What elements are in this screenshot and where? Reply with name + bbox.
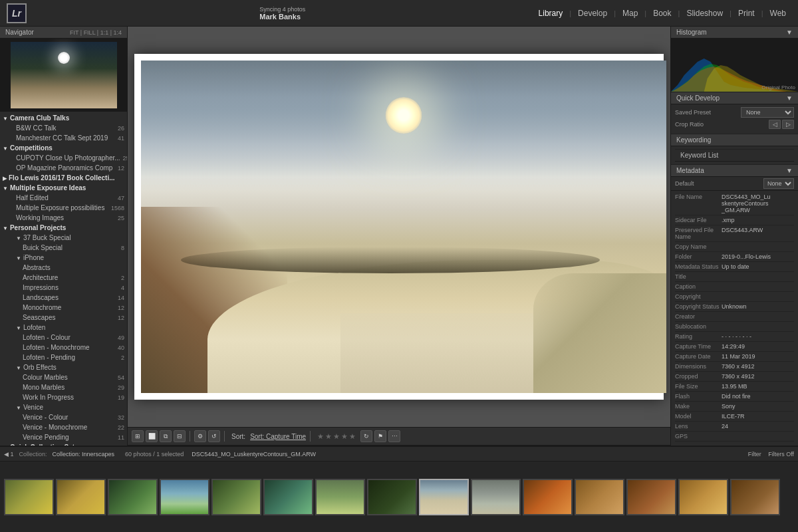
meta-flash: Flash Did not fire <box>675 393 794 402</box>
survey-view-button[interactable]: ⊟ <box>174 430 186 442</box>
tree-item-venice-colour[interactable]: Venice - Colour32 <box>0 412 127 422</box>
nav-book[interactable]: Book <box>648 6 676 21</box>
tree-item-lofoten-pending[interactable]: Lofoten - Pending2 <box>0 352 127 362</box>
tree-item-work-in-progress[interactable]: Work In Progress19 <box>0 392 127 402</box>
tree-item-venice-pending[interactable]: Venice Pending11 <box>0 432 127 442</box>
star-1[interactable]: ★ <box>317 432 324 441</box>
tree-item-abstracts-iphone[interactable]: Abstracts <box>0 263 127 273</box>
filmstrip-thumb-9-selected[interactable] <box>419 479 469 515</box>
tree-group-flo-lewis[interactable]: ▶Flo Lewis 2016/17 Book Collecti... <box>0 173 127 183</box>
filmstrip-collection-name[interactable]: Collection: Innerscapes <box>53 451 115 458</box>
filmstrip-thumb-7[interactable] <box>315 479 365 515</box>
thumb-image-8 <box>368 480 416 514</box>
metadata-panel: File Name DSC5443_MO_LuskentyreContours_… <box>671 191 798 446</box>
tree-item-mono-iphone[interactable]: Monochrome12 <box>0 303 127 313</box>
filmstrip-thumb-2[interactable] <box>56 479 106 515</box>
tree-group-personal[interactable]: ▼Personal Projects <box>0 223 127 233</box>
qd-crop-up[interactable]: ▷ <box>782 120 794 129</box>
toolbar-settings-button[interactable]: ⚙ <box>194 430 206 442</box>
tree-item-buick[interactable]: Buick Special8 <box>0 243 127 253</box>
tree-item-lofoten-mono[interactable]: Lofoten - Monochrome40 <box>0 342 127 352</box>
tree-item-op-magazine[interactable]: OP Magazine Panoramics Comp12 <box>0 163 127 173</box>
tree-item-mono-marbles[interactable]: Mono Marbles29 <box>0 382 127 392</box>
toolbar-extra-button[interactable]: ⋯ <box>388 430 400 442</box>
tree-group-competitions[interactable]: ▼Competitions <box>0 143 127 153</box>
star-4[interactable]: ★ <box>341 432 348 441</box>
compare-view-button[interactable]: ⧉ <box>160 430 172 442</box>
star-3[interactable]: ★ <box>333 432 340 441</box>
tree-item-cupoty[interactable]: CUPOTY Close Up Photographer...25 <box>0 153 127 163</box>
filmstrip-thumb-6[interactable] <box>263 479 313 515</box>
meta-status-key: Metadata Status <box>675 263 722 270</box>
meta-make: Make Sony <box>675 403 794 412</box>
meta-capture-date-val: 11 Mar 2019 <box>722 353 794 360</box>
tree-group-iphone[interactable]: ▼iPhone <box>0 253 127 263</box>
histogram-arrow[interactable]: ▼ <box>786 29 793 36</box>
rotate-right-button[interactable]: ↻ <box>360 430 372 442</box>
qd-crop-down[interactable]: ◁ <box>769 120 781 129</box>
filmstrip-thumb-5[interactable] <box>211 479 261 515</box>
filmstrip-thumb-14[interactable] <box>678 479 728 515</box>
meta-capture-time-key: Capture Time <box>675 343 722 350</box>
nav-moon <box>58 52 70 64</box>
filmstrip-thumb-15[interactable] <box>730 479 780 515</box>
filmstrip-thumb-10[interactable] <box>471 479 521 515</box>
tree-item-half-edited[interactable]: Half Edited47 <box>0 193 127 203</box>
nav-map[interactable]: Map <box>617 6 643 21</box>
sync-status: Syncing 4 photos <box>259 6 305 13</box>
tree-item-landscapes-iphone[interactable]: Landscapes14 <box>0 293 127 303</box>
tree-item-seascapes-iphone[interactable]: Seascapes12 <box>0 313 127 323</box>
tree-group-lofoten[interactable]: ▼Lofoten <box>0 323 127 332</box>
keywording-header[interactable]: Keywording <box>671 134 798 146</box>
tree-group-orb[interactable]: ▼Orb Effects <box>0 362 127 372</box>
grid-view-button[interactable]: ⊞ <box>132 430 144 442</box>
nav-library[interactable]: Library <box>533 6 569 21</box>
tree-item-colour-marbles[interactable]: Colour Marbles54 <box>0 372 127 382</box>
tree-item-venice-mono[interactable]: Venice - Monochrome22 <box>0 422 127 432</box>
tree-item-architecture-iphone[interactable]: Architecture2 <box>0 273 127 283</box>
star-rating: ★ ★ ★ ★ ★ <box>317 432 356 441</box>
filters-off-label[interactable]: Filters Off <box>768 451 794 458</box>
nav-web[interactable]: Web <box>765 6 791 21</box>
star-2[interactable]: ★ <box>325 432 332 441</box>
thumb-image-9 <box>420 480 467 514</box>
filmstrip-thumb-1[interactable] <box>4 479 54 515</box>
sort-value[interactable]: Sort: Capture Time <box>250 433 306 440</box>
nav-develop[interactable]: Develop <box>573 6 612 21</box>
tree-group-camera-club[interactable]: ▼Camera Club Talks <box>0 113 127 123</box>
tree-group-venice[interactable]: ▼Venice <box>0 402 127 412</box>
toolbar-rotate-button[interactable]: ↺ <box>208 430 220 442</box>
tree-group-37-buck[interactable]: ▼37 Buck Special <box>0 233 127 243</box>
qd-preset-select[interactable]: None <box>741 107 794 118</box>
nav-slideshow[interactable]: Slideshow <box>681 6 728 21</box>
tree-group-quick-collection[interactable]: ▼Quick Collection Set <box>0 442 127 446</box>
quick-develop-header[interactable]: Quick Develop ▼ <box>671 92 798 104</box>
tree-item-working-images[interactable]: Working Images25 <box>0 213 127 223</box>
tree-item-impressions-iphone[interactable]: Impressions4 <box>0 283 127 293</box>
filmstrip-thumb-8[interactable] <box>367 479 417 515</box>
meta-dims-val: 7360 x 4912 <box>722 363 794 370</box>
tree-item-manchester-cc[interactable]: Manchester CC Talk Sept 201941 <box>0 133 127 143</box>
flag-button[interactable]: ⚑ <box>374 430 386 442</box>
keyword-list-header[interactable]: Keyword List <box>675 149 794 162</box>
tree-item-bw-cc[interactable]: B&W CC Talk26 <box>0 123 127 133</box>
filmstrip-thumb-11[interactable] <box>523 479 573 515</box>
metadata-preset-select[interactable]: None <box>763 178 794 189</box>
histogram-label: Histogram <box>676 29 707 36</box>
tree-group-multiple-exposure[interactable]: ▼Multiple Exposure Ideas <box>0 183 127 193</box>
filmstrip-thumb-12[interactable] <box>575 479 624 515</box>
filmstrip-thumb-3[interactable] <box>108 479 158 515</box>
loupe-view-button[interactable]: ⬜ <box>146 430 158 442</box>
tree-item-lofoten-colour[interactable]: Lofoten - Colour49 <box>0 332 127 342</box>
filmstrip-nav-left[interactable]: ◀ 1 <box>4 451 14 458</box>
metadata-header[interactable]: Metadata ▼ <box>671 164 798 177</box>
thumb-image-3 <box>109 480 156 514</box>
meta-dimensions: Dimensions 7360 x 4912 <box>675 363 794 372</box>
filmstrip-thumb-13[interactable] <box>626 479 676 515</box>
tree-item-me-possibilities[interactable]: Multiple Exposure possibilities1568 <box>0 203 127 213</box>
filmstrip-thumb-4[interactable] <box>160 479 209 515</box>
nav-print[interactable]: Print <box>733 6 760 21</box>
star-5[interactable]: ★ <box>349 432 356 441</box>
meta-copyright-status-val: Unknown <box>722 303 794 310</box>
metadata-arrow: ▼ <box>786 167 793 174</box>
